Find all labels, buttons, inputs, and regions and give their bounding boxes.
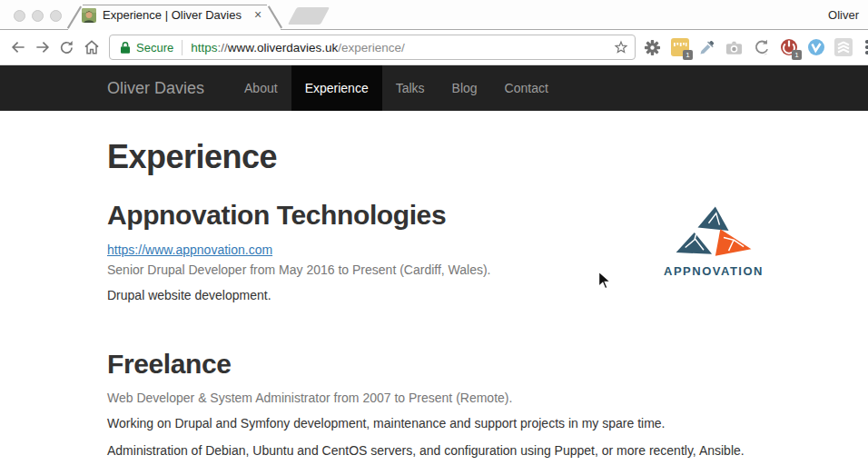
url-text: https://www.oliverdavies.uk/experience/ [191,41,405,54]
omnibox-divider [182,40,182,55]
reload-icon [58,39,75,56]
appnovation-logo: APPNOVATION [661,205,766,278]
forward-icon [34,38,52,56]
sync-arrows-extension-icon[interactable] [752,38,771,57]
back-icon [9,38,27,56]
section-paragraph: Working on Drupal and Symfony developmen… [107,416,761,430]
extension-icons: 1 1 [643,38,853,57]
camera-extension-icon[interactable] [725,38,744,57]
zoom-window-button[interactable] [50,10,62,22]
new-tab-button[interactable] [288,7,330,25]
browser-window: Experience | Oliver Davies × Oliver Secu… [0,0,868,475]
forward-button[interactable] [30,35,54,60]
extension-badge: 1 [683,50,693,60]
window-controls [14,10,62,22]
minimize-window-button[interactable] [32,10,44,22]
settings-gear-icon[interactable] [643,38,662,57]
tab-favicon-photo [82,8,96,23]
site-brand[interactable]: Oliver Davies [107,65,218,111]
section-paragraph: Drupal website development. [107,288,761,302]
appnovation-triangle-logo [672,205,755,258]
blue-v-extension-icon[interactable] [806,38,825,57]
address-bar[interactable]: Secure https://www.oliverdavies.uk/exper… [109,35,636,60]
secure-lock-icon [120,41,131,54]
section-heading: Freelance [107,349,761,380]
tab-strip: Experience | Oliver Davies × Oliver [0,0,868,30]
secure-label: Secure [136,41,173,54]
appnovation-link[interactable]: https://www.appnovation.com [107,242,272,257]
nav-item-contact[interactable]: Contact [491,65,562,111]
blocker-power-extension-icon[interactable]: 1 [779,38,798,57]
bookmark-star-icon[interactable] [613,39,629,55]
page-content: Experience Appnovation Technologies http… [0,138,868,458]
site-navbar: Oliver Davies About Experience Talks Blo… [0,65,868,111]
home-icon [83,38,101,56]
extension-badge: 1 [792,50,802,60]
reload-button[interactable] [54,35,79,60]
home-button[interactable] [79,35,104,60]
close-window-button[interactable] [14,10,25,22]
back-button[interactable] [5,35,30,60]
nav-item-about[interactable]: About [231,65,291,111]
eyedropper-extension-icon[interactable] [697,38,716,57]
tab-title: Experience | Oliver Davies [103,8,242,22]
browser-menu-icon[interactable] [860,40,868,54]
role-meta: Web Developer & System Administrator fro… [107,391,761,405]
ruler-extension-icon[interactable]: 1 [670,38,689,57]
appnovation-logo-text: APPNOVATION [661,264,766,278]
section-appnovation: Appnovation Technologies https://www.app… [107,200,761,302]
nav-item-blog[interactable]: Blog [439,65,491,111]
section-freelance: Freelance Web Developer & System Adminis… [107,349,761,458]
page-title: Experience [107,138,761,176]
tab-close-icon[interactable]: × [254,7,261,22]
nav-item-experience[interactable]: Experience [291,65,382,111]
browser-profile-name[interactable]: Oliver [828,8,859,22]
nav-item-talks[interactable]: Talks [382,65,439,111]
stacked-layers-extension-icon[interactable] [833,38,853,57]
section-paragraph: Administration of Debian, Ubuntu and Cen… [107,443,761,458]
browser-toolbar: Secure https://www.oliverdavies.uk/exper… [0,30,868,65]
site-nav: About Experience Talks Blog Contact [231,65,562,111]
